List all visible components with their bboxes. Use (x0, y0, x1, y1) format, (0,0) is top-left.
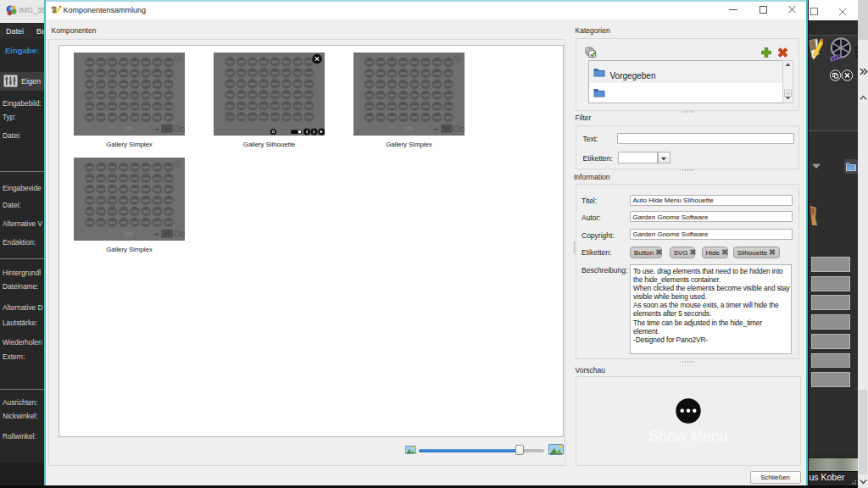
svg-text:2/3: 2/3 (125, 126, 132, 132)
svg-text:2/3: 2/3 (125, 231, 132, 237)
svg-text:2/3: 2/3 (404, 126, 412, 132)
